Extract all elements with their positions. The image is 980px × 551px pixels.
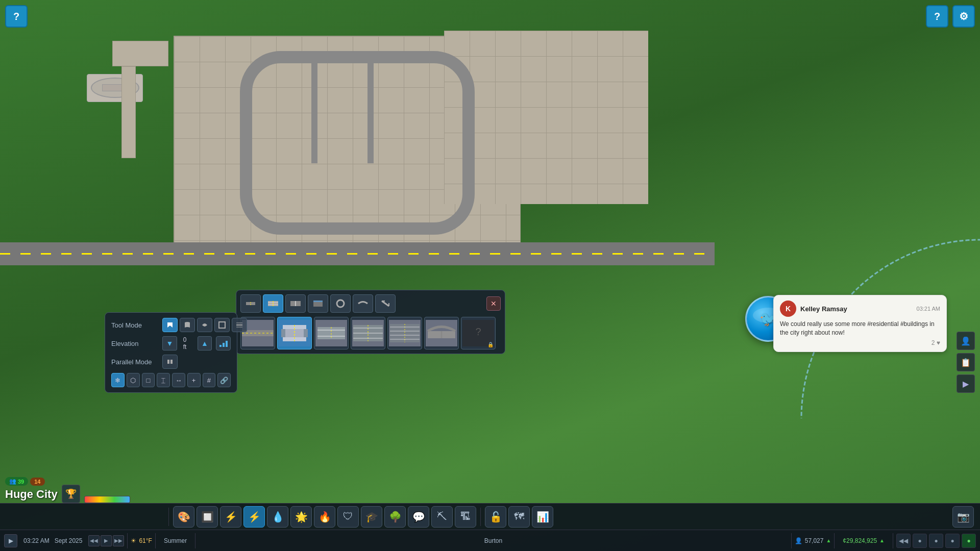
- elevation-down[interactable]: ▼: [162, 336, 177, 350]
- weather-display: ☀ 61°F: [131, 537, 152, 544]
- tool-mode-btn-1[interactable]: [162, 318, 178, 332]
- education-tool-btn[interactable]: 🎓: [361, 506, 382, 528]
- settings-button[interactable]: ⚙: [952, 5, 975, 28]
- population-display: 👤 57,027 ▲: [795, 537, 831, 544]
- road-tile-2[interactable]: [277, 317, 312, 349]
- road-type-6[interactable]: [353, 294, 373, 313]
- construction-tool-btn[interactable]: 🏗: [455, 506, 476, 528]
- city-badge: 👥 39 14 Huge City: [5, 477, 58, 503]
- svg-rect-52: [219, 345, 222, 347]
- road-type-7[interactable]: [375, 294, 396, 313]
- extra-tool-2[interactable]: ⬡: [127, 373, 140, 387]
- elevation-up[interactable]: ▲: [198, 336, 212, 350]
- extra-tool-3[interactable]: □: [142, 373, 155, 387]
- edu-icon: 🎓: [365, 511, 378, 523]
- pop-count: 39: [18, 479, 24, 485]
- bottom-right-buttons: ◀◀ ● ● ● ●: [896, 534, 976, 548]
- view-btn-4[interactable]: ●: [945, 534, 960, 548]
- city-awards-btn[interactable]: 🏆: [62, 485, 80, 503]
- zone-icon: 🎨: [178, 511, 190, 523]
- side-btn-1[interactable]: 👤: [957, 332, 975, 350]
- zone-tool-btn[interactable]: 🎨: [173, 506, 194, 528]
- tool-mode-btn-2[interactable]: [180, 318, 195, 332]
- comm-icon: 💬: [412, 511, 425, 523]
- road-type-4[interactable]: [308, 294, 328, 313]
- parks-icon: 🌳: [389, 511, 402, 523]
- view-btn-1[interactable]: ◀◀: [896, 534, 911, 548]
- extra-tool-6[interactable]: +: [187, 373, 201, 387]
- chart-btn[interactable]: 📊: [532, 506, 553, 528]
- divider-5: [834, 533, 835, 548]
- unlock-btn[interactable]: 🔓: [485, 506, 506, 528]
- police-icon: 🛡: [343, 511, 353, 522]
- svg-rect-55: [167, 360, 169, 364]
- lock-icon: 🔒: [487, 342, 494, 347]
- extra-tool-8[interactable]: 🔗: [217, 373, 231, 387]
- road-toolbar-close[interactable]: ✕: [486, 296, 501, 311]
- inner-road-2: [368, 51, 374, 163]
- side-btn-2[interactable]: 📋: [957, 353, 975, 371]
- divider-1: [127, 533, 128, 548]
- parks-tool-btn[interactable]: 🌳: [384, 506, 406, 528]
- road-tile-6[interactable]: [424, 317, 459, 349]
- road-type-1[interactable]: [240, 294, 261, 313]
- road-tile-3[interactable]: [314, 317, 349, 349]
- date-display: Sept 2025: [55, 537, 83, 544]
- map-btn[interactable]: 🗺: [508, 506, 530, 528]
- chirper-likes: 2 ♥: [780, 339, 940, 346]
- road-type-3[interactable]: [285, 294, 306, 313]
- toolbar-sep-2: [480, 508, 481, 526]
- view-btn-2[interactable]: ●: [913, 534, 927, 548]
- elevation-label: Elevation: [111, 340, 162, 347]
- city-name: Huge City: [5, 486, 58, 503]
- power-tool-btn[interactable]: ⚡: [243, 506, 265, 528]
- money-display: ¢29,824,925 ▲: [838, 537, 890, 544]
- health-tool-btn[interactable]: 🌟: [290, 506, 312, 528]
- road-type-2[interactable]: [263, 294, 283, 313]
- svg-rect-53: [223, 343, 225, 347]
- left-strip: [121, 66, 136, 158]
- health-icon: 🌟: [295, 511, 308, 523]
- help-button[interactable]: ?: [926, 5, 948, 28]
- road-tile-4[interactable]: [351, 317, 385, 349]
- top-left-area: ?: [5, 5, 28, 28]
- speed-1[interactable]: ◀◀: [88, 535, 100, 546]
- road-tile-5[interactable]: [387, 317, 422, 349]
- bulldoze-tool-btn[interactable]: ⛏: [431, 506, 453, 528]
- police-tool-btn[interactable]: 🛡: [337, 506, 359, 528]
- play-pause-btn[interactable]: ▶: [4, 534, 17, 547]
- side-panel-buttons: 👤 📋 ▶: [957, 332, 975, 393]
- svg-rect-48: [219, 322, 225, 328]
- roads-tool-btn[interactable]: 🔲: [197, 506, 218, 528]
- camera-btn[interactable]: 📷: [952, 506, 974, 528]
- speed-2[interactable]: ▶: [101, 535, 112, 546]
- construction-icon: 🏗: [460, 511, 471, 522]
- view-btn-5[interactable]: ●: [962, 534, 976, 548]
- elevation-bar-icon[interactable]: [216, 336, 231, 350]
- extra-tool-4[interactable]: ⌶: [157, 373, 170, 387]
- parallel-btn[interactable]: [162, 355, 178, 369]
- speed-3[interactable]: ▶▶: [113, 535, 124, 546]
- view-btn-3[interactable]: ●: [929, 534, 943, 548]
- pipes-tool-btn[interactable]: ⚡: [220, 506, 241, 528]
- comm-tool-btn[interactable]: 💬: [408, 506, 429, 528]
- extra-tool-7[interactable]: #: [203, 373, 216, 387]
- svg-rect-56: [170, 360, 173, 364]
- tool-mode-btn-3[interactable]: [197, 318, 212, 332]
- water-tool-btn[interactable]: 💧: [267, 506, 288, 528]
- road-tile-7-locked[interactable]: ? 🔒: [461, 317, 496, 349]
- road-center-line: [0, 253, 715, 255]
- tool-mode-btn-4[interactable]: [214, 318, 230, 332]
- road-toolbar: ✕: [236, 290, 505, 354]
- city-info: 👥 39 14 Huge City 🏆: [5, 477, 130, 503]
- tool-mode-btn-5[interactable]: [232, 318, 247, 332]
- elevation-value: 0 ft: [179, 336, 195, 350]
- tool-mode-panel: Tool Mode Elevation ▼ 0 ft ▲: [105, 312, 237, 393]
- side-btn-3[interactable]: ▶: [957, 374, 975, 393]
- fire-tool-btn[interactable]: 🔥: [314, 506, 335, 528]
- extra-tools-row: ❄ ⬡ □ ⌶ ↔ + # 🔗: [111, 373, 231, 387]
- extra-tool-5[interactable]: ↔: [172, 373, 185, 387]
- extra-tool-1[interactable]: ❄: [111, 373, 125, 387]
- road-type-5[interactable]: [330, 294, 351, 313]
- info-button[interactable]: ?: [5, 5, 28, 28]
